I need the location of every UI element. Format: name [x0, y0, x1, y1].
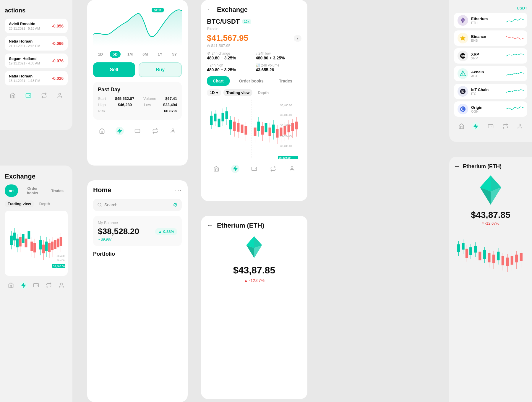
nav-home-chart[interactable]	[98, 127, 106, 135]
coin-item-xrp[interactable]: XRP XRP XRP	[454, 48, 527, 64]
tf-6m[interactable]: 6M	[140, 51, 151, 58]
nav-bar-exchange-bl	[5, 278, 68, 291]
nav-user-icon[interactable]	[56, 91, 64, 100]
coin-item-bnb[interactable]: Binance BNB	[454, 30, 527, 46]
svg-rect-142	[466, 249, 468, 258]
sub-tab-tradingview-bl[interactable]: Trading view	[5, 200, 34, 207]
svg-rect-50	[210, 116, 213, 125]
time-filters: 1D 5D 1M 6M 1Y 5Y	[93, 51, 182, 58]
nav-wallet-exc[interactable]	[250, 165, 258, 173]
view-tab-depth[interactable]: Depth	[255, 89, 272, 96]
svg-rect-74	[245, 126, 247, 134]
coin-sym-act: ACT	[471, 74, 503, 78]
pair-price: $41,567.95	[207, 33, 248, 43]
sub-tab-depth-bl[interactable]: Depth	[36, 200, 53, 207]
svg-rect-0	[26, 94, 31, 97]
filter-icon[interactable]: ⚙	[173, 202, 178, 208]
svg-rect-132	[462, 243, 464, 249]
dropdown-btn[interactable]: ▾	[294, 35, 301, 42]
coin-item-ogn[interactable]: Origin OGN	[454, 101, 527, 117]
nav-exchange-bl[interactable]	[45, 281, 53, 289]
search-bar: ⚙	[93, 199, 182, 211]
balance-label: My Balance	[98, 221, 177, 225]
svg-rect-136	[474, 246, 476, 252]
coin-item-itc[interactable]: IoT Chain ITC	[454, 84, 527, 99]
nav-wallet-icon-active[interactable]	[24, 91, 33, 100]
xrp-coin-logo: XRP	[458, 51, 468, 61]
tf-1y[interactable]: 1Y	[155, 51, 165, 58]
eth-center-panel: ← Etherium (ETH) $43,87.85 ▲ -12.67%	[201, 216, 307, 399]
stat-label-1: ↓ 24h low	[256, 51, 301, 56]
nav-lightning-bl[interactable]	[20, 281, 28, 289]
svg-rect-86	[284, 126, 286, 134]
back-button-exchange[interactable]: ←	[207, 6, 213, 14]
dots-menu-button[interactable]: ···	[175, 187, 182, 194]
svg-rect-14	[39, 240, 42, 249]
svg-text:36,400.00: 36,400.00	[280, 145, 292, 147]
nav-user-exc[interactable]	[288, 165, 296, 173]
trans-date-1: 21.11.2021 - 2:15 PM	[9, 44, 40, 48]
coin-sym-ogn: OGN	[471, 110, 503, 113]
tab-chart-bl[interactable]: art	[5, 184, 18, 197]
trans-item-1[interactable]: Netia Horaan 21.11.2021 - 2:15 PM -0.066	[5, 36, 68, 51]
tab-trades[interactable]: Trades	[273, 76, 298, 86]
tf-5y[interactable]: 5Y	[169, 51, 180, 58]
buy-button[interactable]: Buy	[139, 62, 182, 77]
nav-user-chart[interactable]	[169, 127, 177, 135]
tf-1m[interactable]: 1M	[124, 51, 136, 58]
nav-lightning-exc[interactable]	[231, 165, 239, 173]
stat-label-2: ↑ 24h high	[207, 63, 253, 67]
back-button-eth[interactable]: ←	[207, 222, 213, 229]
pair-row: BTC/USDT 10x	[207, 18, 301, 25]
nav-user-bl[interactable]	[57, 281, 66, 289]
trans-item-2[interactable]: Segam Holland 19.11.2021 - 4:35 AM -0.07…	[5, 54, 68, 68]
coin-sym-itc: ITC	[471, 92, 503, 95]
volume-val: $67.41	[165, 96, 177, 101]
tab-orderbooks[interactable]: Order books	[233, 76, 270, 86]
trans-item-0[interactable]: Avicii Ronaldo 26.11.2021 - 5:15 AM -0.0…	[5, 19, 68, 33]
coin-item-act[interactable]: Achain ACT	[454, 66, 527, 81]
back-button-eth-right[interactable]: ←	[454, 163, 460, 170]
leverage-badge: 10x	[242, 19, 251, 24]
period-label: 1D	[210, 90, 215, 95]
ogn-coin-logo	[458, 104, 468, 114]
trans-item-3[interactable]: Natia Horaan 13.11.2021 - 1:13 PM -0.026	[5, 71, 68, 85]
nav-wallet-coins[interactable]	[486, 122, 495, 130]
nav-exchange-exc[interactable]	[269, 165, 277, 173]
portfolio-label: Portfolio	[93, 251, 182, 257]
view-tab-trading[interactable]: Trading view	[223, 89, 253, 96]
eth-title: Etherium (ETH)	[217, 222, 264, 229]
nav-exchange-chart[interactable]	[151, 127, 159, 135]
tf-5d[interactable]: 5D	[110, 51, 121, 58]
volume-label: Volume	[143, 96, 156, 101]
tf-1d[interactable]: 1D	[95, 51, 106, 58]
nav-user-coins[interactable]	[516, 122, 524, 130]
nav-exchange-icon[interactable]	[40, 91, 48, 100]
coin-item-eth[interactable]: Etherium ETH	[454, 13, 527, 28]
coin-sym-xrp: XRP	[471, 56, 503, 60]
tab-chart[interactable]: Chart	[207, 76, 230, 86]
svg-rect-92	[295, 122, 298, 129]
nav-home-icon[interactable]	[9, 91, 17, 100]
transactions-title: actions	[5, 7, 68, 14]
svg-rect-123	[488, 124, 493, 128]
tab-trades-bl[interactable]: Trades	[47, 184, 68, 197]
nav-exchange-coins[interactable]	[501, 122, 510, 130]
sell-button[interactable]: Sell	[93, 62, 135, 77]
nav-lightning-chart[interactable]	[116, 127, 124, 135]
nav-lightning-coins[interactable]	[472, 122, 480, 130]
ogn-sparkline	[506, 105, 524, 113]
search-input[interactable]	[104, 202, 171, 207]
period-selector[interactable]: 1D ▾	[207, 89, 221, 96]
nav-home-exc[interactable]	[212, 165, 220, 173]
nav-home-bl[interactable]	[7, 281, 15, 289]
svg-point-1	[59, 93, 61, 95]
bnb-coin-logo	[458, 33, 468, 43]
tab-orderbooks-bl[interactable]: Order books	[20, 184, 45, 197]
nav-wallet-bl[interactable]	[32, 281, 40, 289]
nav-wallet-chart[interactable]	[133, 127, 142, 135]
nav-home-coins[interactable]	[457, 122, 466, 130]
coin-sym-bnb: BNB	[471, 39, 503, 42]
svg-marker-100	[233, 166, 238, 171]
svg-rect-158	[520, 253, 522, 261]
